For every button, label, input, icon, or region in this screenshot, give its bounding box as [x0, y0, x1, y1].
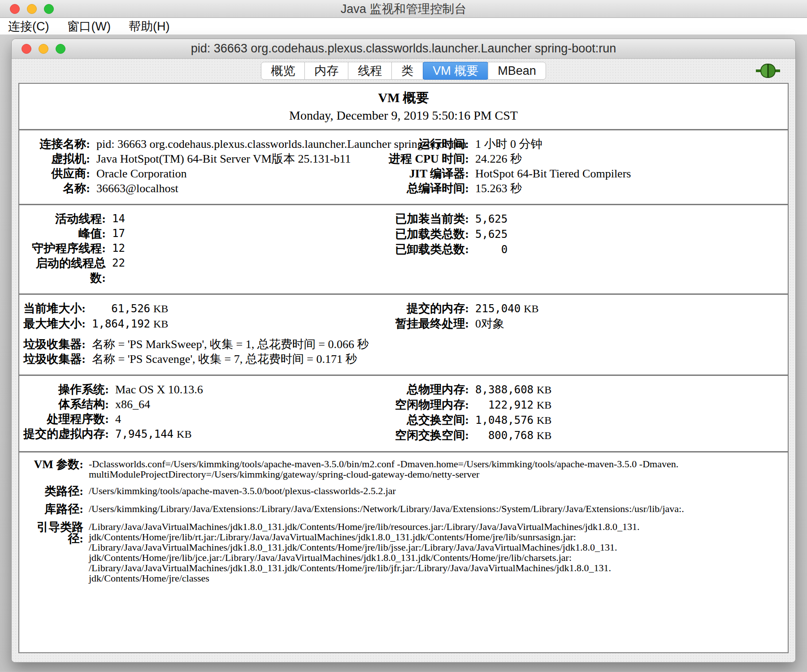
- os-left: 操作系统: Mac OS X 10.13.6 体系结构: x86_64 处理程序…: [23, 382, 382, 443]
- tab-mbean[interactable]: MBean: [488, 62, 546, 80]
- info-row: 暂挂最终处理: 0对象: [382, 316, 784, 331]
- menu-connection[interactable]: 连接(C): [8, 18, 49, 34]
- field-label: 提交的内存:: [382, 301, 469, 316]
- info-row: 操作系统: Mac OS X 10.13.6: [23, 382, 382, 397]
- path-line: /Library/Java/JavaVirtualMachines/jdk1.8…: [89, 521, 639, 532]
- field-value: 15.263 秒: [475, 181, 522, 196]
- field-label: 连接名称:: [23, 137, 90, 151]
- info-row: 虚拟机: Java HotSpot(TM) 64-Bit Server VM版本…: [23, 151, 382, 166]
- class-path-value: /Users/kimmking/tools/apache-maven-3.5.0…: [89, 486, 396, 497]
- classes-right: 已加装当前类: 5,625 已加载类总数: 5,625 已卸载类总数: 0: [382, 211, 784, 285]
- info-row: 启动的线程总数: 22: [23, 256, 382, 285]
- path-line: /Library/Java/JavaVirtualMachines/jdk1.8…: [89, 563, 639, 573]
- heap-right: 提交的内存: 215,040KB 暂挂最终处理: 0对象: [382, 301, 784, 366]
- heap-left: 当前堆大小: 61,526KB 最大堆大小: 1,864,192KB 垃圾收集器…: [23, 301, 382, 366]
- zoom-icon[interactable]: [56, 44, 65, 54]
- field-value: 1,864,192: [92, 317, 150, 332]
- connection-window: pid: 36663 org.codehaus.plexus.classworl…: [11, 39, 796, 663]
- field-value: 5,625: [475, 227, 508, 242]
- info-row: 处理程序数: 4: [23, 412, 382, 426]
- field-unit: KB: [153, 318, 168, 330]
- field-label: 最大堆大小:: [23, 316, 86, 332]
- tab-threads[interactable]: 线程: [348, 62, 392, 80]
- path-line: jdk/Contents/Home/jre/classes: [89, 573, 639, 583]
- info-row: 已加装当前类: 5,625: [382, 211, 784, 227]
- field-unit: KB: [177, 428, 191, 440]
- tabs: 概览 内存 线程 类 VM 概要 MBean: [261, 62, 546, 80]
- field-label: 守护程序线程:: [23, 241, 106, 256]
- connection-window-titlebar: pid: 36663 org.codehaus.plexus.classworl…: [12, 39, 795, 59]
- field-value: Oracle Corporation: [96, 166, 187, 181]
- field-label: 峰值:: [23, 226, 106, 241]
- vm-summary-panel: VM 概要 Monday, December 9, 2019 5:50:16 P…: [18, 83, 789, 653]
- info-row: 提交的内存: 215,040KB: [382, 301, 784, 316]
- field-value: Java HotSpot(TM) 64-Bit Server VM版本 25.1…: [96, 151, 351, 166]
- menu-window[interactable]: 窗口(W): [67, 18, 110, 34]
- field-value: 5,625: [475, 212, 508, 227]
- vm-args-row: VM 参数: -Dclassworlds.conf=/Users/kimmkin…: [23, 459, 784, 479]
- summary-title: VM 概要: [19, 89, 788, 107]
- field-label: 空闲交换空间:: [382, 428, 469, 443]
- zoom-icon[interactable]: [44, 4, 54, 14]
- field-unit: KB: [153, 303, 168, 314]
- field-label: 库路径:: [23, 504, 83, 515]
- field-label: 总物理内存:: [382, 382, 469, 397]
- main-titlebar: Java 监视和管理控制台: [0, 0, 807, 18]
- field-value: 61,526: [92, 302, 150, 316]
- field-label: 已卸载类总数:: [382, 242, 469, 257]
- field-label: 已加载类总数:: [382, 227, 469, 242]
- field-unit: KB: [537, 414, 551, 426]
- info-row: 峰值: 17: [23, 226, 382, 241]
- connection-window-controls: [22, 39, 65, 58]
- info-row: 垃圾收集器: 名称 = 'PS MarkSweep', 收集 = 1, 总花费时…: [23, 337, 382, 352]
- field-value: 36663@localhost: [96, 181, 178, 196]
- field-value: 14: [112, 211, 125, 226]
- field-label: 总编译时间:: [382, 181, 469, 196]
- section-heap: 当前堆大小: 61,526KB 最大堆大小: 1,864,192KB 垃圾收集器…: [19, 293, 788, 375]
- plug-connected-icon: [756, 62, 780, 81]
- info-row: 当前堆大小: 61,526KB: [23, 301, 382, 316]
- library-path-value: /Users/kimmking/Library/Java/Extensions:…: [89, 504, 684, 515]
- tab-classes[interactable]: 类: [391, 62, 423, 80]
- field-label: 空闲物理内存:: [382, 397, 469, 413]
- path-line: multiModuleProjectDirectory=/Users/kimmk…: [89, 469, 678, 479]
- info-row: 提交的虚拟内存: 7,945,144KB: [23, 426, 382, 442]
- tab-memory[interactable]: 内存: [304, 62, 348, 80]
- menu-help[interactable]: 帮助(H): [129, 18, 169, 34]
- class-path-row: 类路径: /Users/kimmking/tools/apache-maven-…: [23, 486, 784, 497]
- tab-vm-summary[interactable]: VM 概要: [423, 62, 488, 80]
- tab-overview[interactable]: 概览: [261, 62, 305, 80]
- field-value: 名称 = 'PS MarkSweep', 收集 = 1, 总花费时间 = 0.0…: [92, 337, 369, 352]
- field-value: 12: [112, 241, 125, 256]
- info-row: 进程 CPU 时间: 24.226 秒: [382, 151, 784, 166]
- field-label: 当前堆大小:: [23, 301, 86, 316]
- field-label: JIT 编译器:: [382, 166, 469, 181]
- field-value: x86_64: [115, 397, 150, 412]
- tabbar: 概览 内存 线程 类 VM 概要 MBean: [12, 59, 795, 83]
- close-icon[interactable]: [10, 4, 20, 14]
- field-unit: KB: [537, 384, 551, 396]
- field-value: Mac OS X 10.13.6: [115, 382, 203, 397]
- path-line: jdk/Contents/Home/jre/lib/rt.jar:/Librar…: [89, 532, 639, 542]
- field-value: 7,945,144: [115, 428, 174, 440]
- field-label: 垃圾收集器:: [23, 337, 86, 352]
- info-row: 运行时间: 1 小时 0 分钟: [382, 137, 784, 151]
- field-unit: KB: [524, 303, 538, 314]
- close-icon[interactable]: [22, 44, 31, 54]
- content-area: VM 概要 Monday, December 9, 2019 5:50:16 P…: [12, 83, 795, 662]
- minimize-icon[interactable]: [39, 44, 48, 54]
- field-unit: KB: [537, 399, 551, 411]
- minimize-icon[interactable]: [27, 4, 37, 14]
- field-value: 215,040: [475, 302, 521, 315]
- field-label: 引导类路径:: [23, 521, 83, 583]
- connection-right: 运行时间: 1 小时 0 分钟 进程 CPU 时间: 24.226 秒 JIT …: [382, 137, 784, 196]
- field-value: 8,388,608: [475, 383, 534, 397]
- main-window-controls: [10, 0, 54, 17]
- info-row: 活动线程: 14: [23, 211, 382, 226]
- field-label: 运行时间:: [382, 137, 469, 151]
- field-label: 垃圾收集器:: [23, 352, 86, 366]
- field-unit: KB: [537, 430, 551, 441]
- field-label: 操作系统:: [23, 382, 109, 397]
- field-label: 暂挂最终处理:: [382, 316, 469, 331]
- threads-left: 活动线程: 14 峰值: 17 守护程序线程: 12 启动的线程总数:: [23, 211, 382, 285]
